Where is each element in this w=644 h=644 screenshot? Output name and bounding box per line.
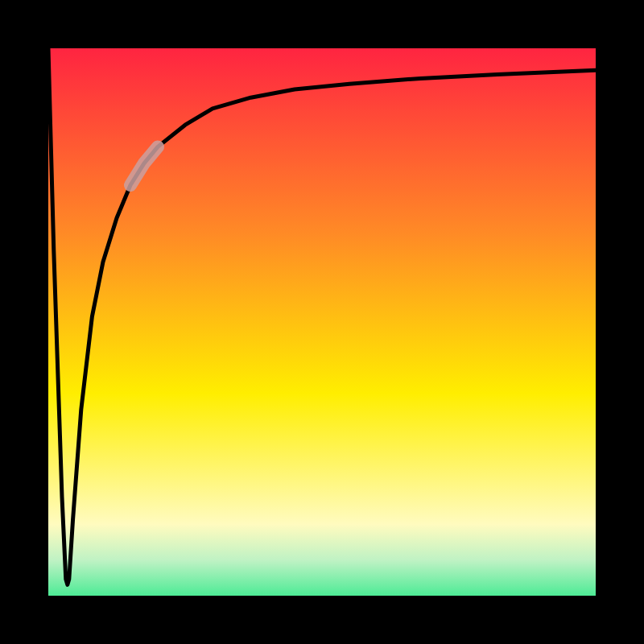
plot-background [24, 24, 620, 620]
bottleneck-chart [0, 0, 644, 644]
chart-container: TheBottleneck.com [0, 0, 644, 644]
